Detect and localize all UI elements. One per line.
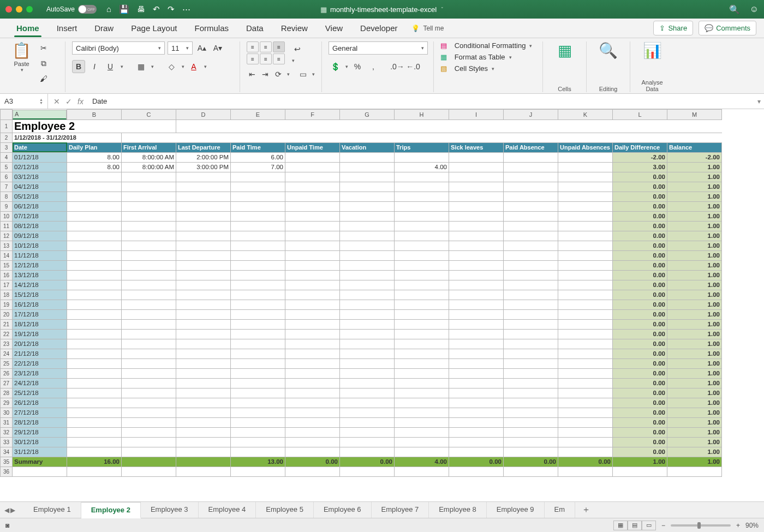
comments-button[interactable]: 💬 Comments [699, 21, 756, 35]
cell[interactable] [122, 329, 176, 339]
row-header[interactable]: 13 [1, 241, 13, 250]
cell[interactable]: 0.00 [613, 309, 667, 319]
cell[interactable] [449, 368, 504, 378]
cell[interactable] [449, 250, 504, 260]
cell[interactable] [285, 231, 340, 241]
cell[interactable] [340, 319, 395, 329]
cell[interactable] [449, 231, 504, 241]
cell[interactable] [231, 280, 285, 290]
cell[interactable] [122, 201, 176, 211]
cell[interactable]: 0.00 [613, 398, 667, 408]
cell[interactable] [176, 270, 231, 280]
row-header[interactable]: 20 [1, 309, 13, 319]
cell[interactable] [449, 211, 504, 221]
table-header[interactable]: Last Departure [176, 142, 231, 152]
bold-button[interactable]: B [72, 60, 85, 73]
cells-button[interactable]: ▦ [550, 41, 580, 61]
cell[interactable] [504, 368, 558, 378]
cell[interactable] [395, 378, 449, 388]
cell[interactable] [504, 300, 558, 309]
cell[interactable]: 0.00 [613, 388, 667, 398]
cell[interactable] [285, 368, 340, 378]
cell[interactable] [449, 260, 504, 270]
cell[interactable] [122, 349, 176, 358]
cell[interactable]: 06/12/18 [13, 201, 67, 211]
cell[interactable] [67, 260, 122, 270]
cell[interactable] [449, 309, 504, 319]
sheet-tab[interactable]: Employee 1 [23, 502, 81, 518]
cell[interactable]: 15/12/18 [13, 290, 67, 300]
cell[interactable] [558, 437, 613, 447]
cell[interactable] [558, 119, 613, 133]
cell[interactable] [395, 368, 449, 378]
cell[interactable] [176, 467, 231, 476]
cell[interactable]: 09/12/18 [13, 231, 67, 241]
cell[interactable] [340, 398, 395, 408]
cell[interactable] [285, 221, 340, 231]
cell[interactable] [504, 280, 558, 290]
cell[interactable] [395, 221, 449, 231]
cell[interactable] [613, 467, 667, 476]
cell[interactable]: 0.00 [613, 290, 667, 300]
cell[interactable] [231, 201, 285, 211]
cell[interactable]: 14/12/18 [13, 280, 67, 290]
cell[interactable] [231, 250, 285, 260]
cell[interactable]: 19/12/18 [13, 329, 67, 339]
cell[interactable] [122, 172, 176, 182]
cell[interactable] [340, 250, 395, 260]
cell[interactable] [395, 349, 449, 358]
cell[interactable]: 0.00 [613, 378, 667, 388]
cell[interactable] [122, 467, 176, 476]
cell[interactable] [122, 221, 176, 231]
cell[interactable] [395, 358, 449, 368]
col-header-C[interactable]: C [122, 110, 176, 120]
cell[interactable] [340, 349, 395, 358]
cell[interactable] [285, 260, 340, 270]
cell[interactable] [67, 250, 122, 260]
cell[interactable] [395, 417, 449, 427]
cell[interactable] [122, 319, 176, 329]
cell[interactable] [340, 201, 395, 211]
cell[interactable] [504, 270, 558, 280]
cell[interactable] [340, 300, 395, 309]
cell[interactable] [504, 319, 558, 329]
cell[interactable]: 02/12/18 [13, 162, 67, 172]
cell[interactable] [231, 290, 285, 300]
cell[interactable] [449, 319, 504, 329]
cell[interactable] [67, 221, 122, 231]
spreadsheet-grid[interactable]: ABCDEFGHIJKLM1Employee 221/12/2018 - 31/… [0, 109, 764, 501]
cell[interactable] [395, 119, 449, 133]
cell[interactable] [176, 260, 231, 270]
ribbon-tab-data[interactable]: Data [237, 19, 272, 38]
cell[interactable] [558, 329, 613, 339]
editing-button[interactable]: 🔍 [593, 41, 623, 61]
tell-me[interactable]: 💡 Tell me [411, 25, 444, 32]
cell[interactable]: 0.00 [613, 427, 667, 437]
sheet-tab[interactable]: Employee 3 [141, 502, 199, 518]
cell[interactable] [504, 339, 558, 349]
cell[interactable] [176, 358, 231, 368]
cell[interactable] [285, 378, 340, 388]
cell[interactable] [449, 182, 504, 192]
cell[interactable] [176, 398, 231, 408]
cell[interactable] [285, 201, 340, 211]
cell[interactable]: 4.00 [395, 457, 449, 467]
cell[interactable] [504, 182, 558, 192]
cell[interactable] [285, 182, 340, 192]
cell[interactable] [558, 201, 613, 211]
cell[interactable]: 1.00 [667, 231, 722, 241]
prev-sheet-icon[interactable]: ◀ [4, 506, 9, 514]
font-color-icon[interactable]: A [187, 60, 200, 73]
normal-view-icon[interactable]: ▦ [613, 521, 628, 530]
col-header-H[interactable]: H [395, 110, 449, 120]
col-header-L[interactable]: L [613, 110, 667, 120]
cell[interactable] [67, 231, 122, 241]
cell[interactable] [449, 378, 504, 388]
cell[interactable]: 1.00 [667, 162, 722, 172]
row-header[interactable]: 22 [1, 329, 13, 339]
row-header[interactable]: 19 [1, 300, 13, 309]
currency-icon[interactable]: 💲 [329, 60, 342, 73]
cell[interactable] [340, 221, 395, 231]
cell[interactable] [285, 319, 340, 329]
undo-icon[interactable]: ↶ [153, 4, 160, 14]
